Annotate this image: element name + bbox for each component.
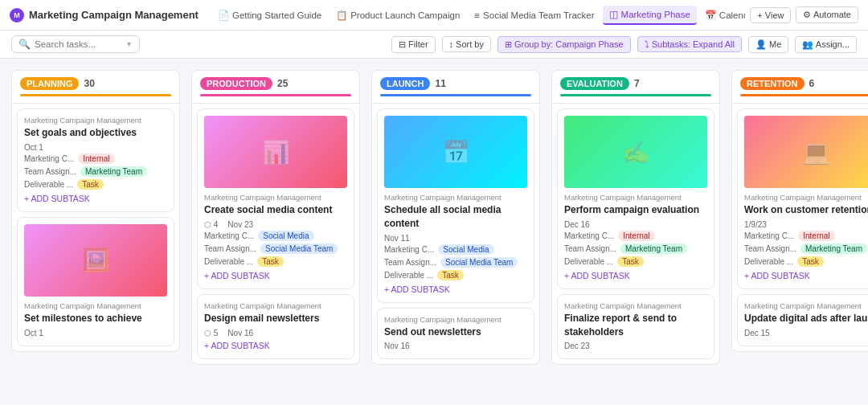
column-count-production: 25	[277, 78, 288, 89]
column-body-evaluation: ✍️Marketing Campaign ManagementPerform c…	[552, 104, 719, 364]
sort-button[interactable]: ↕ Sort by	[442, 36, 491, 52]
card-retention-1[interactable]: Marketing Campaign ManagementUpdate digi…	[737, 294, 868, 346]
add-subtask-production-0[interactable]: + ADD SUBTASK	[204, 269, 347, 282]
card-date-retention-0: 1/9/23	[744, 220, 767, 229]
column-header-evaluation: EVALUATION7	[552, 71, 719, 104]
card-meta-planning-1: Marketing Campaign Management	[24, 301, 167, 310]
tab-product-launch[interactable]: 📋 Product Launch Campaign	[330, 6, 466, 24]
card-tags-row3-retention-0: Deliverable ...Task	[744, 256, 868, 267]
tag-del-task-production-0: Task	[257, 256, 284, 267]
column-body-production: 📊Marketing Campaign ManagementCreate soc…	[192, 104, 359, 364]
column-evaluation: EVALUATION7✍️Marketing Campaign Manageme…	[551, 70, 720, 365]
tab-social-media[interactable]: ≡ Social Media Team Tracker	[468, 7, 600, 23]
card-date-row-planning-0: Oct 1	[24, 143, 167, 152]
column-header-production: PRODUCTION25	[192, 71, 359, 104]
add-subtask-launch-0[interactable]: + ADD SUBTASK	[384, 283, 527, 296]
doc-icon2: 📋	[336, 10, 347, 21]
card-tags-row1-launch-0: Marketing C...Social Media	[384, 244, 527, 255]
card-title-launch-0: Schedule all social media content	[384, 203, 527, 231]
card-meta-launch-1: Marketing Campaign Management	[384, 315, 527, 324]
add-subtask-retention-0[interactable]: + ADD SUBTASK	[744, 269, 868, 282]
subtasks-icon: ⤵	[645, 39, 649, 49]
card-title-evaluation-0: Perform campaign evaluation	[564, 203, 707, 217]
card-production-0[interactable]: 📊Marketing Campaign ManagementCreate soc…	[197, 108, 354, 289]
column-launch: LAUNCH11📅Marketing Campaign ManagementSc…	[371, 70, 540, 365]
card-launch-0[interactable]: 📅Marketing Campaign ManagementSchedule a…	[377, 108, 534, 303]
card-meta-launch-0: Marketing Campaign Management	[384, 193, 527, 202]
calendar-icon: 📅	[705, 10, 716, 21]
card-image-launch-0: 📅	[384, 116, 527, 188]
card-title-launch-1: Send out newsletters	[384, 325, 527, 339]
search-box[interactable]: 🔍 ▼	[11, 35, 140, 53]
card-tags-row3-launch-0: Deliverable ...Task	[384, 270, 527, 280]
tab-marketing-phase[interactable]: ◫ Marketing Phase	[603, 6, 697, 25]
column-count-retention: 6	[809, 78, 815, 89]
tag-internal-retention-0: Internal	[798, 231, 834, 241]
card-image-planning-1: 🖼️	[24, 224, 167, 297]
me-button[interactable]: 👤 Me	[748, 36, 788, 53]
card-tags-row1-evaluation-0: Marketing C...Internal	[564, 231, 707, 241]
card-meta-planning-0: Marketing Campaign Management	[24, 116, 167, 125]
team-label-retention-0: Team Assign...	[744, 244, 796, 253]
tag-team-marketing-team-planning-0: Marketing Team	[80, 166, 147, 177]
card-evaluation-1[interactable]: Marketing Campaign ManagementFinalize re…	[557, 294, 714, 360]
card-date-retention-1: Dec 15	[744, 329, 770, 338]
card-date-row-launch-1: Nov 16	[384, 342, 527, 350]
tab-getting-started[interactable]: 📄 Getting Started Guide	[211, 6, 328, 24]
card-date-row-planning-1: Oct 1	[24, 329, 167, 338]
card-date-evaluation-0: Dec 16	[564, 220, 590, 229]
team-label-evaluation-0: Team Assign...	[564, 244, 616, 253]
card-retention-0[interactable]: 💻Marketing Campaign ManagementWork on cu…	[737, 108, 868, 289]
column-body-retention: 💻Marketing Campaign ManagementWork on cu…	[732, 104, 868, 351]
toolbar: 🔍 ▼ ⊟ Filter ↕ Sort by ⊞ Group by: Campa…	[0, 31, 868, 59]
column-bar-planning	[20, 94, 171, 96]
card-date-row-retention-0: 1/9/23	[744, 220, 868, 229]
column-body-launch: 📅Marketing Campaign ManagementSchedule a…	[372, 104, 539, 364]
automate-button[interactable]: ⚙ Automate	[796, 6, 858, 23]
column-badge-launch: LAUNCH	[380, 77, 430, 90]
card-evaluation-0[interactable]: ✍️Marketing Campaign ManagementPerform c…	[557, 108, 714, 289]
column-bar-launch	[380, 94, 531, 96]
card-date-row-production-0: ⬡ 4Nov 23	[204, 220, 347, 229]
card-title-production-1: Design email newsletters	[204, 312, 347, 325]
card-date-launch-0: Nov 11	[384, 234, 410, 243]
filter-button[interactable]: ⊟ Filter	[391, 36, 435, 53]
group-by-button[interactable]: ⊞ Group by: Campaign Phase	[497, 36, 631, 53]
card-title-planning-1: Set milestones to achieve	[24, 312, 167, 325]
tab-calendar[interactable]: 📅 Calendar	[698, 6, 745, 24]
card-date-row-launch-0: Nov 11	[384, 234, 527, 243]
card-meta-retention-0: Marketing Campaign Management	[744, 193, 868, 202]
card-launch-1[interactable]: Marketing Campaign ManagementSend out ne…	[377, 308, 534, 360]
card-meta-evaluation-1: Marketing Campaign Management	[564, 301, 707, 310]
tag-del-task-evaluation-0: Task	[617, 256, 644, 267]
card-production-1[interactable]: Marketing Campaign ManagementDesign emai…	[197, 294, 354, 359]
card-title-evaluation-1: Finalize report & send to stakeholders	[564, 312, 707, 339]
tag-internal-planning-0: Internal	[78, 153, 114, 164]
card-date-row-evaluation-1: Dec 23	[564, 342, 707, 350]
card-meta-evaluation-0: Marketing Campaign Management	[564, 193, 707, 202]
column-badge-retention: RETENTION	[740, 77, 805, 90]
card-image-production-0: 📊	[204, 116, 347, 188]
card-planning-0[interactable]: Marketing Campaign ManagementSet goals a…	[17, 108, 174, 212]
card-date-planning-1: Oct 1	[24, 329, 43, 338]
card-planning-1[interactable]: 🖼️Marketing Campaign ManagementSet miles…	[17, 217, 174, 346]
deliverable-label-planning-0: Deliverable ...	[24, 180, 73, 189]
tag-team-marketing-team-evaluation-0: Marketing Team	[620, 243, 687, 254]
tag-team-social-media-team-production-0: Social Media Team	[260, 243, 338, 254]
column-count-planning: 30	[84, 78, 94, 89]
add-subtask-planning-0[interactable]: + ADD SUBTASK	[24, 192, 167, 205]
subtasks-button[interactable]: ⤵ Subtasks: Expand All	[637, 36, 742, 52]
search-input[interactable]	[35, 39, 121, 49]
card-tags-row1-production-0: Marketing C...Social Media	[204, 231, 347, 241]
column-badge-production: PRODUCTION	[200, 77, 272, 90]
add-subtask-production-1[interactable]: + ADD SUBTASK	[204, 339, 347, 352]
card-date-production-1: Nov 16	[227, 329, 253, 338]
card-meta-production-1: Marketing Campaign Management	[204, 301, 347, 310]
add-subtask-evaluation-0[interactable]: + ADD SUBTASK	[564, 269, 707, 282]
column-count-evaluation: 7	[634, 78, 640, 89]
assign-button[interactable]: 👥 Assign...	[795, 36, 857, 53]
tag-team-marketing-team-retention-0: Marketing Team	[800, 243, 867, 254]
column-header-launch: LAUNCH11	[372, 71, 539, 104]
tag-del-task-planning-0: Task	[77, 179, 104, 190]
view-button[interactable]: + View	[750, 7, 791, 23]
